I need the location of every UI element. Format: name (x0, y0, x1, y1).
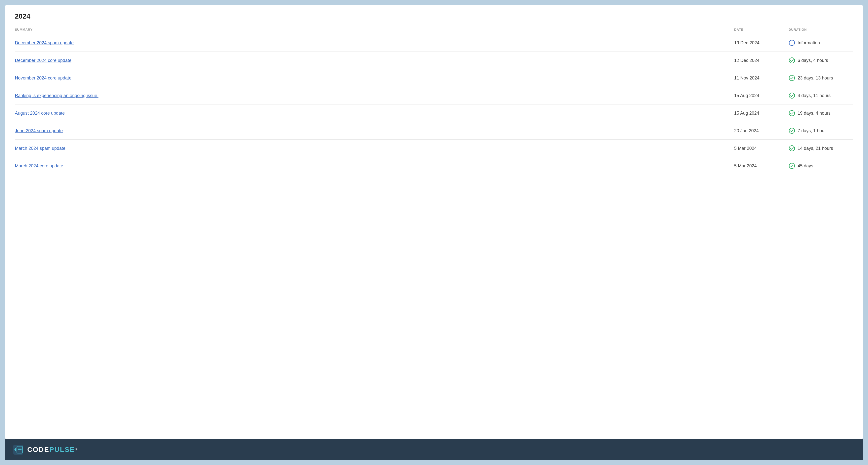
year-title: 2024 (15, 12, 853, 20)
row-date: 5 Mar 2024 (734, 146, 789, 151)
check-circle-icon (789, 92, 795, 99)
logo-registered: ® (75, 447, 78, 451)
svg-point-2 (789, 58, 795, 63)
row-summary-link[interactable]: Ranking is experiencing an ongoing issue… (15, 93, 734, 98)
row-date: 19 Dec 2024 (734, 40, 789, 45)
duration-text: 6 days, 4 hours (798, 58, 828, 63)
row-summary-link[interactable]: March 2024 spam update (15, 146, 734, 151)
check-circle-icon (789, 57, 795, 64)
check-circle-icon (789, 145, 795, 152)
row-summary-link[interactable]: December 2024 core update (15, 58, 734, 63)
duration-text: 23 days, 13 hours (798, 75, 833, 81)
svg-point-5 (789, 110, 795, 116)
table-row: August 2024 core update15 Aug 2024 19 da… (15, 104, 853, 122)
row-date: 5 Mar 2024 (734, 163, 789, 169)
check-circle-icon (789, 128, 795, 134)
duration-text: Information (798, 40, 820, 45)
check-circle-icon (789, 75, 795, 81)
row-summary-link[interactable]: March 2024 core update (15, 163, 734, 169)
svg-point-7 (789, 145, 795, 151)
row-duration: 6 days, 4 hours (789, 57, 853, 64)
col-duration: DURATION (789, 28, 853, 31)
svg-point-4 (789, 93, 795, 98)
row-duration: 14 days, 21 hours (789, 145, 853, 152)
row-date: 15 Aug 2024 (734, 93, 789, 98)
table-row: March 2024 core update5 Mar 2024 45 days (15, 157, 853, 174)
row-summary-link[interactable]: August 2024 core update (15, 111, 734, 116)
duration-text: 45 days (798, 163, 813, 169)
table-header: SUMMARY DATE DURATION (15, 25, 853, 34)
svg-point-6 (789, 128, 795, 133)
row-date: 20 Jun 2024 (734, 128, 789, 133)
logo-code: CODE (27, 446, 49, 453)
logo-container: CODEPULSE® (12, 444, 78, 456)
logo-pulse: PULSE (49, 446, 75, 453)
check-circle-icon (789, 163, 795, 169)
info-circle-icon: i (789, 40, 795, 46)
footer: CODEPULSE® (5, 439, 863, 460)
row-summary-link[interactable]: June 2024 spam update (15, 128, 734, 133)
row-duration: 7 days, 1 hour (789, 128, 853, 134)
table-row: December 2024 spam update19 Dec 2024 i I… (15, 34, 853, 52)
row-duration: 23 days, 13 hours (789, 75, 853, 81)
main-container: 2024 SUMMARY DATE DURATION December 2024… (5, 5, 863, 439)
row-summary-link[interactable]: November 2024 core update (15, 75, 734, 81)
row-duration: 45 days (789, 163, 853, 169)
duration-text: 19 days, 4 hours (798, 111, 831, 116)
svg-text:i: i (792, 41, 793, 45)
row-duration: 19 days, 4 hours (789, 110, 853, 117)
row-duration: 4 days, 11 hours (789, 92, 853, 99)
check-circle-icon (789, 110, 795, 117)
row-date: 12 Dec 2024 (734, 58, 789, 63)
row-summary-link[interactable]: December 2024 spam update (15, 40, 734, 45)
row-duration: i Information (789, 40, 853, 46)
duration-text: 7 days, 1 hour (798, 128, 826, 133)
col-summary: SUMMARY (15, 28, 734, 31)
table-row: November 2024 core update11 Nov 2024 23 … (15, 69, 853, 87)
duration-text: 14 days, 21 hours (798, 146, 833, 151)
logo-text: CODEPULSE® (27, 446, 78, 454)
table-row: Ranking is experiencing an ongoing issue… (15, 87, 853, 104)
table-row: December 2024 core update12 Dec 2024 6 d… (15, 52, 853, 69)
row-date: 11 Nov 2024 (734, 75, 789, 81)
col-date: DATE (734, 28, 789, 31)
table-row: June 2024 spam update20 Jun 2024 7 days,… (15, 122, 853, 140)
row-date: 15 Aug 2024 (734, 111, 789, 116)
duration-text: 4 days, 11 hours (798, 93, 831, 98)
table-body: December 2024 spam update19 Dec 2024 i I… (15, 34, 853, 174)
svg-point-3 (789, 75, 795, 81)
svg-point-8 (789, 163, 795, 169)
codepulse-logo-icon (12, 444, 24, 456)
table-row: March 2024 spam update5 Mar 2024 14 days… (15, 140, 853, 157)
